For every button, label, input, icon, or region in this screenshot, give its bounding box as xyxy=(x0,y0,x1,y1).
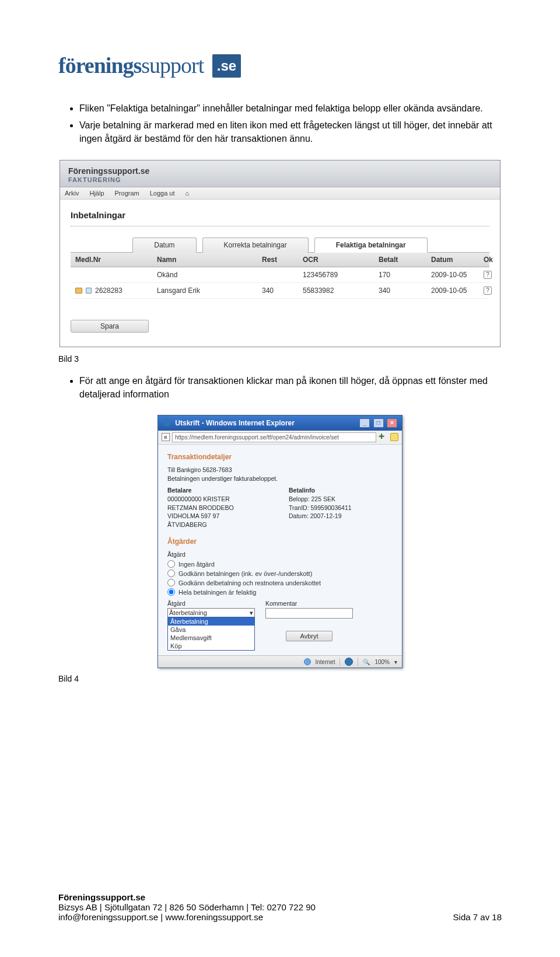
page-title: Inbetalningar xyxy=(71,210,489,220)
radio-input[interactable] xyxy=(167,588,175,596)
col-medlnr: Medl.Nr xyxy=(71,253,152,267)
betalare-line: ÅTVIDABERG xyxy=(167,521,271,529)
option-kop[interactable]: Köp xyxy=(168,642,254,650)
radio-felaktig[interactable]: Hela betalningen är felaktig xyxy=(167,588,393,596)
tabs: Datum Korrekta betalningar Felaktiga bet… xyxy=(71,237,489,252)
option-medlemsavgift[interactable]: Medlemsavgift xyxy=(168,634,254,642)
minimize-icon[interactable]: _ xyxy=(359,418,370,428)
logo-word1: förenings xyxy=(58,53,141,78)
cell-rest xyxy=(257,267,298,282)
lock-icon xyxy=(390,433,398,441)
menu-hjalp[interactable]: Hjälp xyxy=(89,190,104,197)
betalare-heading: Betalare xyxy=(167,486,271,495)
cell-betalt: 340 xyxy=(374,283,426,298)
col-ocr: OCR xyxy=(298,253,374,267)
cell-datum: 2009-10-05 xyxy=(426,283,479,298)
window-title: Utskrift - Windows Internet Explorer xyxy=(163,418,295,427)
menu-loggaut[interactable]: Logga ut xyxy=(150,190,175,197)
radio-delbetalning[interactable]: Godkänn delbetalning och restnotera unde… xyxy=(167,579,393,586)
cell-ocr: 123456789 xyxy=(298,267,374,282)
betalinfo-line: TranID: 599590036411 xyxy=(289,504,393,512)
betalare-line: RETZMAN BRODDEBO xyxy=(167,504,271,512)
tab-korrekta[interactable]: Korrekta betalningar xyxy=(202,237,309,253)
kommentar-label: Kommentar xyxy=(265,599,353,608)
bullets-top: Fliken "Felaktiga betalningar" innehålle… xyxy=(58,102,502,146)
globe-icon xyxy=(304,658,311,665)
app-header: Föreningssupport.se FAKTURERING xyxy=(60,160,500,187)
dropdown-label: Åtgärd xyxy=(167,599,255,608)
footer-name: Föreningssupport.se xyxy=(58,892,502,902)
caption-bild4: Bild 4 xyxy=(58,674,502,683)
cell-rest: 340 xyxy=(257,283,298,298)
radio-input[interactable] xyxy=(167,579,175,586)
col-namn: Namn xyxy=(152,253,257,267)
screenshot-inbetalningar: Föreningssupport.se FAKTURERING Arkiv Hj… xyxy=(60,160,501,347)
logo-word2: support xyxy=(141,53,204,78)
radio-ingen[interactable]: Ingen åtgärd xyxy=(167,560,393,568)
save-button[interactable]: Spara xyxy=(71,320,149,333)
bankgiro-line: Till Bankgiro 5628-7683 xyxy=(167,466,393,474)
radio-input[interactable] xyxy=(167,560,175,568)
screenshot-ie-popup: Utskrift - Windows Internet Explorer _ □… xyxy=(158,415,402,668)
app-brand: Föreningssupport.se xyxy=(68,166,492,176)
section-transaktiondetaljer: Transaktiondetaljer xyxy=(167,453,393,461)
col-betalt: Betalt xyxy=(374,253,426,267)
logo-badge: .se xyxy=(212,54,241,78)
section-atgarder: Åtgärder xyxy=(167,537,393,546)
question-icon[interactable]: ? xyxy=(484,271,492,279)
bullets-mid: För att ange en åtgärd för transaktionen… xyxy=(58,374,502,401)
atgard-select-options: Återbetalning Gåva Medlemsavgift Köp xyxy=(167,617,255,651)
betalare-line: 0000000000 KRISTER xyxy=(167,495,271,504)
option-aterbetalning[interactable]: Återbetalning xyxy=(168,617,254,626)
betalinfo-line: Datum: 2007-12-19 xyxy=(289,512,393,521)
window-titlebar: Utskrift - Windows Internet Explorer _ □… xyxy=(158,415,402,431)
cell-namn: Okänd xyxy=(152,267,257,282)
divider xyxy=(71,226,489,226)
card-icon[interactable] xyxy=(86,288,92,294)
tab-felaktiga[interactable]: Felaktiga betalningar xyxy=(314,237,428,253)
address-bar: e https://medlem.foreningssupport.se/tf/… xyxy=(158,431,402,445)
radio-godkann[interactable]: Godkänn betalningen (ink. ev över-/under… xyxy=(167,570,393,577)
avbryt-button[interactable]: Avbryt xyxy=(286,631,333,641)
go-icon[interactable]: ✚ xyxy=(379,432,388,442)
question-icon[interactable]: ? xyxy=(484,287,492,295)
url-field[interactable]: https://medlem.foreningssupport.se/tf/op… xyxy=(172,432,376,442)
table-row: 2628283 Lansgard Erik 340 55833982 340 2… xyxy=(71,283,489,299)
atgard-select[interactable]: Återbetalning▾ xyxy=(167,608,255,617)
option-gava[interactable]: Gåva xyxy=(168,626,254,634)
divider xyxy=(340,658,340,666)
bullet-item: För att ange en åtgärd för transaktionen… xyxy=(79,374,502,401)
ie-icon xyxy=(163,418,171,427)
divider xyxy=(358,658,358,666)
page-footer: Föreningssupport.se Bizsys AB | Sjötullg… xyxy=(58,892,502,922)
cell-datum: 2009-10-05 xyxy=(426,267,479,282)
menu-arkiv[interactable]: Arkiv xyxy=(65,190,79,197)
logo: föreningssupport .se xyxy=(58,53,502,78)
status-internet: Internet xyxy=(316,659,335,665)
radio-input[interactable] xyxy=(167,570,175,577)
ie-status-icon xyxy=(345,658,353,666)
mail-icon[interactable] xyxy=(75,288,82,294)
kommentar-input[interactable] xyxy=(265,608,353,619)
cell-medlnr: 2628283 xyxy=(71,283,152,298)
app-section: FAKTURERING xyxy=(68,176,492,183)
page-number: Sida 7 av 18 xyxy=(453,912,502,922)
menubar: Arkiv Hjälp Program Logga ut ⌂ xyxy=(60,187,500,200)
maximize-icon[interactable]: □ xyxy=(373,418,384,428)
betalinfo-heading: Betalinfo xyxy=(289,486,393,495)
zoom-icon[interactable]: 🔍 xyxy=(363,659,370,665)
chevron-down-icon[interactable]: ▾ xyxy=(394,659,397,665)
betalinfo-line: Belopp: 225 SEK xyxy=(289,495,393,504)
bullet-item: Varje betalning är markerad med en liten… xyxy=(79,118,502,145)
status-bar: Internet 🔍 100% ▾ xyxy=(158,655,402,668)
home-icon[interactable]: ⌂ xyxy=(186,190,190,197)
menu-program[interactable]: Program xyxy=(115,190,139,197)
footer-contact: info@foreningssupport.se | www.forenings… xyxy=(58,912,263,922)
tab-datum[interactable]: Datum xyxy=(132,237,196,253)
col-ok: Ok xyxy=(479,253,502,267)
caption-bild3: Bild 3 xyxy=(58,354,502,364)
close-icon[interactable]: × xyxy=(387,418,397,428)
betalare-line: VIDHOLMA 597 97 xyxy=(167,512,271,521)
atgard-label: Åtgärd xyxy=(167,550,393,559)
cell-ocr: 55833982 xyxy=(298,283,374,298)
